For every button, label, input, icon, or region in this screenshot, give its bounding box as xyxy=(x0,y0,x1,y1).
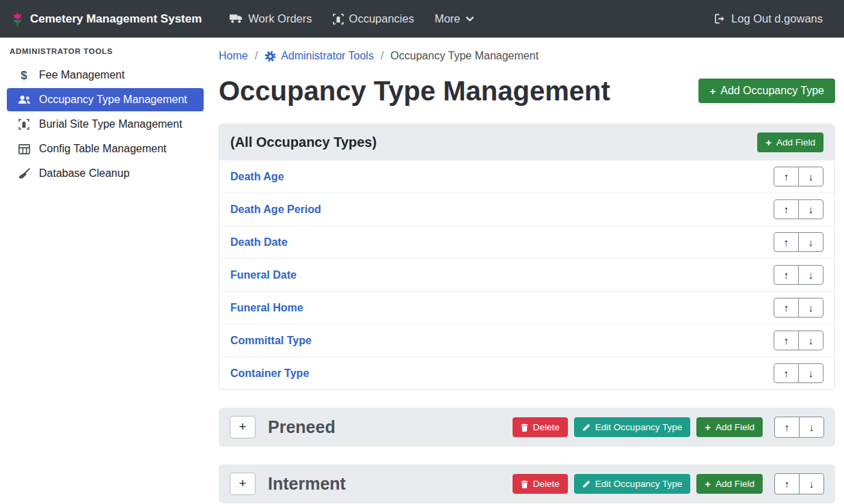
trash-icon xyxy=(521,480,528,488)
delete-button[interactable]: Delete xyxy=(513,417,568,437)
page-title: Occupancy Type Management xyxy=(219,74,610,107)
field-link[interactable]: Death Date xyxy=(230,236,288,249)
all-occupancy-types-header: (All Occupancy Types) + Add Field xyxy=(219,124,834,160)
nav-work-orders-label: Work Orders xyxy=(248,12,312,25)
sidebar-item-burial-site-type-management[interactable]: Burial Site Type Management xyxy=(7,113,204,136)
chevron-down-icon xyxy=(466,16,474,22)
occupancy-type-section-preneed: + Preneed Delete Edit Occupancy Type + xyxy=(219,408,835,447)
move-up-button[interactable]: ↑ xyxy=(774,265,799,285)
field-link[interactable]: Committal Type xyxy=(230,335,312,347)
field-link[interactable]: Death Age Period xyxy=(230,204,321,216)
section-title: Preneed xyxy=(268,417,336,437)
sidebar: ADMINISTRATOR TOOLS $ Fee Management Occ… xyxy=(0,38,210,504)
move-down-button[interactable]: ↓ xyxy=(798,199,823,219)
sidebar-item-fee-management[interactable]: $ Fee Management xyxy=(7,64,204,87)
nav-work-orders[interactable]: Work Orders xyxy=(219,7,322,31)
sidebar-heading: ADMINISTRATOR TOOLS xyxy=(0,47,210,62)
all-occupancy-types-card: (All Occupancy Types) + Add Field Death … xyxy=(219,124,835,390)
plus-icon: + xyxy=(705,422,711,432)
app-title: Cemetery Management System xyxy=(30,12,202,26)
breadcrumb-separator: / xyxy=(381,50,383,62)
field-row: Funeral Home ↑ ↓ xyxy=(219,292,834,324)
move-down-button[interactable]: ↓ xyxy=(799,473,824,494)
field-row: Container Type ↑ ↓ xyxy=(219,357,834,389)
move-up-button[interactable]: ↑ xyxy=(774,417,800,438)
sidebar-item-label: Config Table Management xyxy=(39,143,167,155)
field-row: Funeral Date ↑ ↓ xyxy=(219,259,834,292)
all-occupancy-types-title: (All Occupancy Types) xyxy=(230,135,377,150)
section-actions: Delete Edit Occupancy Type + Add Field ↑… xyxy=(513,417,824,438)
move-down-button[interactable]: ↓ xyxy=(798,167,823,186)
add-field-button[interactable]: + Add Field xyxy=(696,417,763,437)
plus-icon: + xyxy=(709,86,716,96)
reorder-button-group: ↑ ↓ xyxy=(774,331,823,350)
plus-icon: + xyxy=(705,479,711,489)
top-navbar: Cemetery Management System Work Orders xyxy=(0,0,844,38)
app-brand: Cemetery Management System xyxy=(11,10,202,27)
delete-button[interactable]: Delete xyxy=(513,474,568,494)
tombstone-icon xyxy=(333,14,344,25)
reorder-button-group: ↑ ↓ xyxy=(774,417,824,438)
trash-icon xyxy=(521,423,528,432)
section-title: Interment xyxy=(268,474,346,494)
field-link[interactable]: Death Age xyxy=(230,171,284,183)
sidebar-item-label: Database Cleanup xyxy=(39,167,130,180)
flower-logo-icon xyxy=(11,10,24,27)
sidebar-item-occupancy-type-management[interactable]: Occupancy Type Management xyxy=(7,88,204,111)
field-link[interactable]: Funeral Date xyxy=(230,269,297,281)
move-up-button[interactable]: ↑ xyxy=(774,331,799,350)
field-row: Death Age ↑ ↓ xyxy=(219,160,834,193)
add-field-button[interactable]: + Add Field xyxy=(696,474,763,494)
move-down-button[interactable]: ↓ xyxy=(799,417,824,438)
logout-link[interactable]: Log Out d.gowans xyxy=(704,7,833,31)
edit-occupancy-type-button[interactable]: Edit Occupancy Type xyxy=(574,417,690,437)
move-up-button[interactable]: ↑ xyxy=(774,199,799,219)
breadcrumb-current: Occupancy Type Management xyxy=(390,50,539,62)
nav-occupancies[interactable]: Occupancies xyxy=(323,7,424,31)
move-up-button[interactable]: ↑ xyxy=(774,167,799,186)
add-occupancy-type-button[interactable]: + Add Occupancy Type xyxy=(698,79,835,103)
truck-icon xyxy=(230,14,243,24)
field-link[interactable]: Container Type xyxy=(230,367,309,380)
move-down-button[interactable]: ↓ xyxy=(798,298,823,318)
move-up-button[interactable]: ↑ xyxy=(774,473,800,494)
reorder-button-group: ↑ ↓ xyxy=(774,265,823,285)
sidebar-item-config-table-management[interactable]: Config Table Management xyxy=(7,137,204,160)
table-icon xyxy=(16,144,31,154)
breadcrumb: Home / Administrator Tools / Occupancy T… xyxy=(219,50,835,62)
pencil-icon xyxy=(582,423,590,432)
occupancy-type-section-interment: + Interment Delete Edit Occupancy Type + xyxy=(219,464,835,503)
sidebar-item-label: Burial Site Type Management xyxy=(39,118,182,130)
move-up-button[interactable]: ↑ xyxy=(774,298,799,318)
sidebar-item-database-cleanup[interactable]: Database Cleanup xyxy=(7,162,204,185)
nav-occupancies-label: Occupancies xyxy=(349,12,414,25)
reorder-button-group: ↑ ↓ xyxy=(774,167,823,186)
breadcrumb-admin-tools[interactable]: Administrator Tools xyxy=(264,50,374,62)
breadcrumb-admin-tools-label: Administrator Tools xyxy=(281,50,374,62)
expand-section-button[interactable]: + xyxy=(230,473,256,495)
move-down-button[interactable]: ↓ xyxy=(798,331,823,350)
move-down-button[interactable]: ↓ xyxy=(798,232,823,252)
reorder-button-group: ↑ ↓ xyxy=(774,298,823,318)
logout-label: Log Out d.gowans xyxy=(731,12,823,25)
users-icon xyxy=(16,95,31,104)
sidebar-item-label: Fee Management xyxy=(39,69,124,81)
field-row: Committal Type ↑ ↓ xyxy=(219,324,834,357)
page-header: Occupancy Type Management + Add Occupanc… xyxy=(219,74,835,107)
field-link[interactable]: Funeral Home xyxy=(230,302,303,314)
reorder-button-group: ↑ ↓ xyxy=(774,232,823,252)
pencil-icon xyxy=(582,480,590,488)
breadcrumb-home[interactable]: Home xyxy=(219,50,248,62)
dollar-icon: $ xyxy=(16,70,31,81)
logout-icon xyxy=(714,14,726,24)
move-up-button[interactable]: ↑ xyxy=(774,363,799,383)
expand-section-button[interactable]: + xyxy=(230,416,256,438)
edit-occupancy-type-button[interactable]: Edit Occupancy Type xyxy=(574,474,690,494)
reorder-button-group: ↑ ↓ xyxy=(774,363,823,383)
field-row: Death Date ↑ ↓ xyxy=(219,226,834,259)
move-up-button[interactable]: ↑ xyxy=(774,232,799,252)
move-down-button[interactable]: ↓ xyxy=(798,363,823,383)
nav-more[interactable]: More xyxy=(424,7,484,31)
move-down-button[interactable]: ↓ xyxy=(798,265,823,285)
add-field-button[interactable]: + Add Field xyxy=(757,132,823,152)
